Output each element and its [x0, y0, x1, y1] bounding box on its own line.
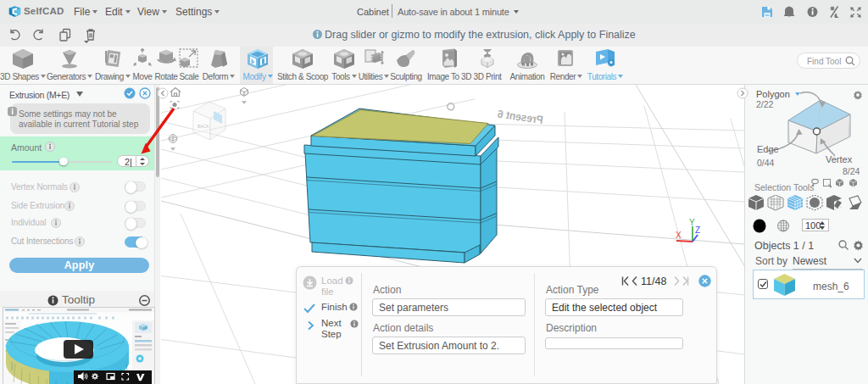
svg-text:BACK: BACK	[198, 124, 209, 129]
svg-text:Y: Y	[689, 218, 695, 227]
svg-text:Z: Z	[695, 225, 700, 235]
svg-text:X: X	[676, 231, 682, 240]
